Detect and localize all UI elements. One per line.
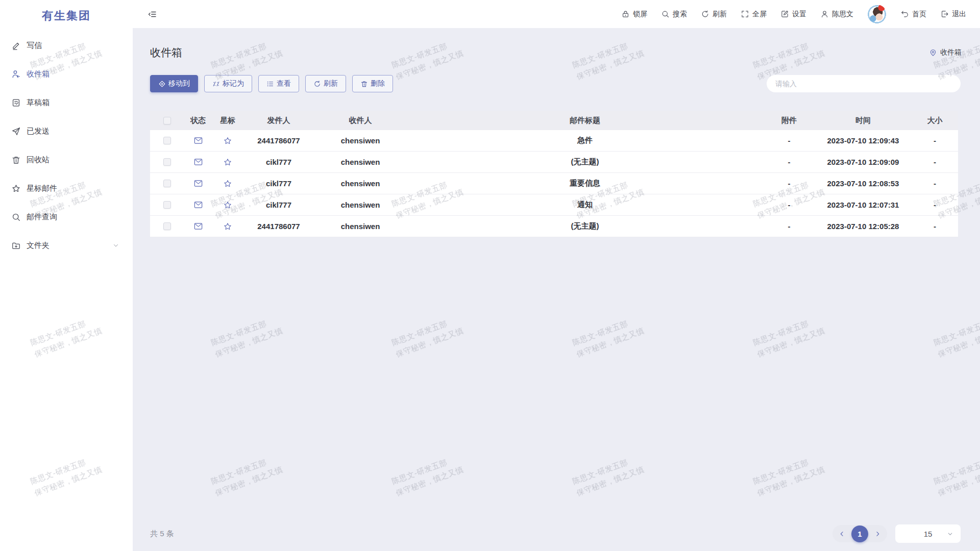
refresh-button[interactable]: 刷新: [701, 10, 727, 19]
row-checkbox[interactable]: [163, 180, 171, 187]
col-status: 状态: [184, 116, 212, 126]
user-menu[interactable]: 陈思文: [820, 10, 853, 19]
mark-as-button[interactable]: 标记为: [204, 75, 252, 92]
sidebar-nav: 写信 收件箱 草稿箱 已发送 回收站 星标邮件 邮件查询 文件夹: [0, 31, 133, 260]
envelope-icon[interactable]: [184, 200, 212, 210]
trash-icon: [11, 155, 21, 165]
avatar[interactable]: [867, 5, 887, 24]
refresh-list-button[interactable]: 刷新: [305, 75, 346, 92]
cell-sender: cikl777: [243, 201, 314, 209]
delete-button[interactable]: 删除: [352, 75, 393, 92]
search-input[interactable]: [767, 75, 961, 92]
refresh-icon: [701, 10, 709, 18]
paper-plane-icon: [11, 127, 21, 136]
col-size: 大小: [912, 116, 958, 126]
logout-button[interactable]: 退出: [940, 10, 966, 19]
fullscreen-label: 全屏: [752, 10, 767, 19]
table-row[interactable]: cikl777 chensiwen (无主题) - 2023-07-10 12:…: [150, 152, 958, 173]
view-button[interactable]: 查看: [258, 75, 299, 92]
star-icon[interactable]: [212, 222, 243, 231]
cell-time: 2023-07-10 12:09:09: [815, 158, 912, 166]
table-row[interactable]: cikl777 chensiwen 重要信息 - 2023-07-10 12:0…: [150, 173, 958, 194]
cell-attachment: -: [764, 222, 815, 231]
cell-recipient: chensiwen: [314, 136, 406, 145]
cell-attachment: -: [764, 158, 815, 166]
row-checkbox[interactable]: [163, 158, 171, 166]
menu-fold-icon[interactable]: [148, 10, 157, 19]
settings-icon: [780, 10, 789, 18]
next-page-icon[interactable]: [874, 531, 881, 537]
fullscreen-button[interactable]: 全屏: [741, 10, 767, 19]
row-checkbox[interactable]: [163, 201, 171, 209]
mark-icon: [212, 80, 220, 88]
table-row[interactable]: 2441786077 chensiwen (无主题) - 2023-07-10 …: [150, 216, 958, 237]
lock-screen-button[interactable]: 锁屏: [621, 10, 647, 19]
row-checkbox[interactable]: [163, 222, 171, 230]
page-size-value: 15: [924, 530, 933, 538]
envelope-icon[interactable]: [184, 221, 212, 231]
table-header-row: 状态 星标 发件人 收件人 邮件标题 附件 时间 大小: [150, 111, 958, 130]
cell-attachment: -: [764, 136, 815, 145]
cell-recipient: chensiwen: [314, 222, 406, 231]
col-time: 时间: [815, 116, 912, 126]
cell-subject: (无主题): [406, 157, 764, 167]
envelope-icon[interactable]: [184, 157, 212, 167]
prev-page-icon[interactable]: [839, 531, 845, 537]
sidebar-item-starred[interactable]: 星标邮件: [0, 174, 133, 203]
envelope-icon[interactable]: [184, 136, 212, 145]
topbar-actions: 锁屏 搜索 刷新 全屏 设置 陈思文 首页 退出: [621, 5, 966, 24]
brand-logo: 有生集团: [0, 8, 133, 23]
cell-sender: cikl777: [243, 179, 314, 188]
cell-size: -: [912, 179, 958, 188]
cell-size: -: [912, 222, 958, 231]
col-sender: 发件人: [243, 116, 314, 126]
sidebar-item-drafts[interactable]: 草稿箱: [0, 88, 133, 117]
chevron-down-icon[interactable]: [112, 242, 119, 249]
star-icon[interactable]: [212, 136, 243, 145]
cell-time: 2023-07-10 12:05:28: [815, 222, 912, 231]
cell-size: -: [912, 136, 958, 145]
logout-label: 退出: [952, 10, 966, 19]
star-icon[interactable]: [212, 158, 243, 167]
pen-icon: [11, 41, 21, 51]
row-checkbox[interactable]: [163, 137, 171, 144]
page-size-select[interactable]: 15: [895, 524, 961, 543]
star-icon[interactable]: [212, 201, 243, 210]
settings-button[interactable]: 设置: [780, 10, 806, 19]
sidebar-item-folders[interactable]: 文件夹: [0, 231, 133, 260]
mail-table: 状态 星标 发件人 收件人 邮件标题 附件 时间 大小 2441786077 c…: [150, 111, 958, 237]
sidebar-item-label: 收件箱: [27, 69, 50, 79]
table-row[interactable]: cikl777 chensiwen 通知 - 2023-07-10 12:07:…: [150, 194, 958, 216]
page-number-button[interactable]: 1: [851, 525, 868, 542]
sidebar-item-inbox[interactable]: 收件箱: [0, 60, 133, 88]
search-button[interactable]: 搜索: [661, 10, 687, 19]
sidebar-item-compose[interactable]: 写信: [0, 31, 133, 60]
envelope-icon[interactable]: [184, 179, 212, 188]
sidebar-item-label: 邮件查询: [27, 212, 57, 222]
move-to-label: 移动到: [168, 79, 190, 88]
sidebar-item-label: 文件夹: [27, 241, 50, 251]
col-star: 星标: [212, 116, 243, 126]
move-to-button[interactable]: 移动到: [150, 75, 198, 92]
cell-sender: cikl777: [243, 158, 314, 166]
lock-screen-label: 锁屏: [633, 10, 647, 19]
refresh-icon: [313, 80, 321, 88]
breadcrumb[interactable]: 收件箱: [929, 48, 962, 57]
pagination: 1 15: [832, 524, 961, 543]
main-content: 收件箱 收件箱 移动到 标记为 查看 刷新: [133, 28, 980, 551]
table-row[interactable]: 2441786077 chensiwen 急件 - 2023-07-10 12:…: [150, 130, 958, 152]
search-label: 搜索: [673, 10, 687, 19]
col-recipient: 收件人: [314, 116, 406, 126]
cell-recipient: chensiwen: [314, 201, 406, 209]
sidebar-item-label: 回收站: [27, 155, 50, 165]
cell-sender: 2441786077: [243, 136, 314, 145]
select-all-checkbox[interactable]: [163, 117, 171, 124]
page-pill: 1: [832, 525, 887, 542]
star-icon[interactable]: [212, 179, 243, 188]
cell-size: -: [912, 158, 958, 166]
sidebar-item-trash[interactable]: 回收站: [0, 145, 133, 174]
sidebar-item-mail-search[interactable]: 邮件查询: [0, 203, 133, 231]
trash-icon: [360, 80, 368, 88]
sidebar-item-sent[interactable]: 已发送: [0, 117, 133, 145]
home-button[interactable]: 首页: [900, 10, 926, 19]
